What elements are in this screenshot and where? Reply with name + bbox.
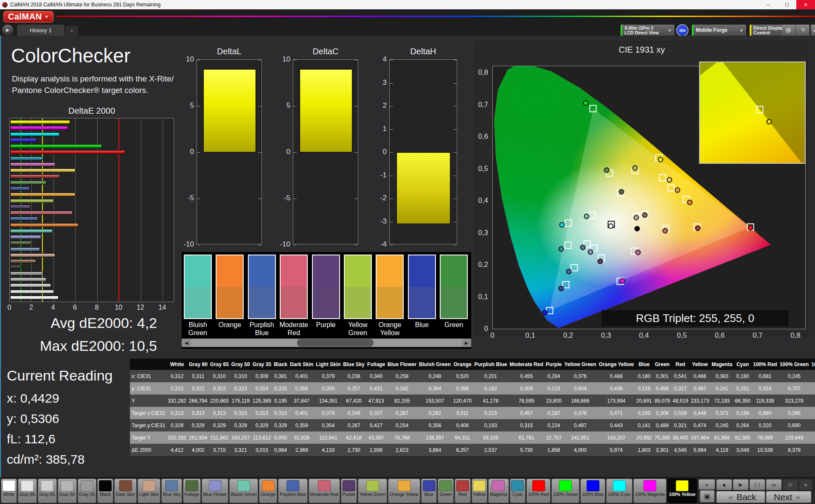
cie-measured-blue-flower [588, 249, 593, 255]
deltal-chart [197, 59, 262, 244]
tab-scroll-button[interactable]: ▶ [2, 25, 13, 35]
patch-button-100-cyan[interactable]: 100% Cyan [606, 479, 632, 503]
record-button[interactable]: ● [799, 479, 812, 490]
tick-mark [258, 60, 261, 60]
patch-button-purple[interactable]: Purple [341, 479, 357, 503]
settings-button[interactable]: ⚙ [782, 25, 795, 36]
patch-button-orange-yellow[interactable]: Orange Yellow [388, 479, 420, 503]
next-button[interactable]: Next » [766, 491, 811, 503]
patch-swatch-label: Green [438, 321, 470, 329]
patch-button-100-blue[interactable]: 100% Blue [580, 479, 605, 503]
play-icon: ▶ [6, 28, 9, 32]
patch-button-yellow[interactable]: Yellow [472, 479, 488, 503]
table-column-header: Blue [635, 358, 653, 370]
patch-window-button[interactable]: ▣ [700, 490, 714, 502]
patch-button-black[interactable]: Black [97, 479, 113, 503]
scrollbar-thumb[interactable] [297, 339, 374, 347]
refresh-button[interactable]: ⟳ [783, 479, 798, 490]
table-cell: 0,398 [452, 382, 473, 395]
patch-button-light-skin[interactable]: Light Skin [138, 479, 160, 503]
play-button[interactable]: ▶ [733, 479, 748, 490]
window-title: CalMAN 2018 CalMAN Ultimate for Business… [10, 2, 160, 8]
close-button[interactable]: ✕ [796, 0, 815, 9]
patch-button-100-red[interactable]: 100% Red [526, 479, 551, 503]
table-cell: 0,195 [273, 395, 289, 407]
table-cell: 85,079 [653, 395, 672, 407]
patch-button-100-magenta[interactable]: 100% Magenta [633, 479, 666, 503]
patch-strip-scrollbar[interactable]: ◀ ▶ [182, 339, 471, 347]
back-button[interactable]: « Back [717, 491, 765, 503]
deltae-bar-gray-65 [10, 283, 51, 287]
table-cell: 2,537 [473, 444, 508, 456]
patch-button-white[interactable]: White [1, 479, 17, 503]
maximize-button[interactable]: ☐ [778, 0, 796, 9]
source-dropdown[interactable]: Mobile Forge ▼ [692, 25, 746, 36]
table-row: y: CIE310,3230,3220,3220,3230,3240,3150,… [130, 382, 815, 395]
table-cell: 61,994 [711, 431, 734, 444]
table-cell: 76,089 [752, 431, 778, 444]
patch-button-bluish-green[interactable]: Bluish Green [229, 479, 258, 503]
patch-swatch-label: Purple [310, 321, 342, 329]
table-cell: 20,691 [635, 395, 653, 407]
up-arrow-icon: ▲ [705, 482, 709, 487]
tick-mark [258, 152, 261, 153]
patch-button-label: Gray 65 [39, 492, 55, 497]
patch-button-dark-skin[interactable]: Dark Skin [114, 479, 137, 503]
table-cell: 0,180 [635, 370, 653, 382]
table-cell: 0,180 [734, 370, 752, 382]
table-cell: 28,244 [810, 395, 815, 407]
patch-button-gray-80[interactable]: Gray 80 [18, 479, 37, 503]
cie-x-tick: 0,8 [790, 331, 801, 340]
help-button[interactable]: ? [796, 25, 809, 36]
patch-button-blue-flower[interactable]: Blue Flower [202, 479, 228, 503]
table-cell: 0,379 [315, 407, 342, 419]
patch-button-cyan[interactable]: Cyan [510, 479, 526, 503]
patch-size-up-button[interactable]: ▲ [699, 479, 715, 490]
patch-button-purplish-blue[interactable]: Purplish Blue [278, 479, 307, 503]
add-tab-button[interactable]: + [65, 26, 78, 36]
tab-history-1[interactable]: History 1 [17, 25, 65, 36]
minimize-button[interactable]: ─ [759, 0, 778, 9]
single-measure-button[interactable]: [··] [750, 479, 765, 490]
patch-button-blue-sky[interactable]: Blue Sky [161, 479, 182, 503]
patch-button-blue[interactable]: Blue [421, 479, 437, 503]
target-half [409, 287, 435, 318]
scroll-right-icon[interactable]: ▶ [462, 339, 471, 347]
calman-menu-button[interactable]: CalMAN ▼ [3, 11, 53, 22]
patch-button-red[interactable]: Red [455, 479, 471, 503]
patch-swatch-purplish-blue [248, 255, 276, 319]
table-row: Y332,282266,794220,663175,119125,3890,19… [130, 395, 815, 407]
continuous-measure-button[interactable]: ∞ [766, 479, 781, 490]
patch-button-magenta[interactable]: Magenta [488, 479, 509, 503]
tick-mark [354, 60, 358, 60]
patch-button-moderate-red[interactable]: Moderate Red [309, 479, 340, 503]
meter-dropdown[interactable]: X-Rite i1Pro 2 LCD Direct View ▼ [621, 25, 674, 36]
table-row-header: x: CIE31 [130, 370, 166, 382]
table-cell: 0,141 [635, 419, 653, 431]
patch-button-orange[interactable]: Orange [259, 479, 277, 503]
patch-button-gray-65[interactable]: Gray 65 [38, 479, 57, 503]
deltae-bar-100-green [10, 144, 102, 148]
patch-button-100-green[interactable]: 100% Green [551, 479, 580, 503]
patch-button-foliage[interactable]: Foliage [183, 479, 201, 503]
collapse-panel-button[interactable]: ◀ [811, 25, 815, 36]
patch-button-yellow-green[interactable]: Yellow Green [358, 479, 388, 503]
patch-button-gray-50[interactable]: Gray 50 [58, 479, 77, 503]
table-cell: 266,794 [188, 395, 209, 407]
scroll-left-icon[interactable]: ◀ [182, 339, 191, 347]
measured-half [313, 255, 339, 287]
cie-measured-cyan [558, 246, 564, 252]
inset-shade [700, 62, 805, 163]
patch-button-green[interactable]: Green [438, 479, 454, 503]
patch-swatch-green [440, 255, 468, 319]
stop-button[interactable]: ■ [717, 479, 732, 490]
table-row-header: Target x:CIE31 [130, 407, 166, 419]
table-cell: 0,383 [711, 370, 734, 382]
cie-y-tick: 0,7 [472, 101, 488, 109]
tick-mark [453, 60, 457, 60]
tick-mark [197, 245, 200, 245]
patch-button-gray-35[interactable]: Gray 35 [78, 479, 97, 503]
table-cell: 0,323 [166, 382, 187, 395]
patch-button-100-yellow[interactable]: 100% Yellow [667, 479, 697, 503]
table-cell: 0,313 [188, 407, 209, 419]
